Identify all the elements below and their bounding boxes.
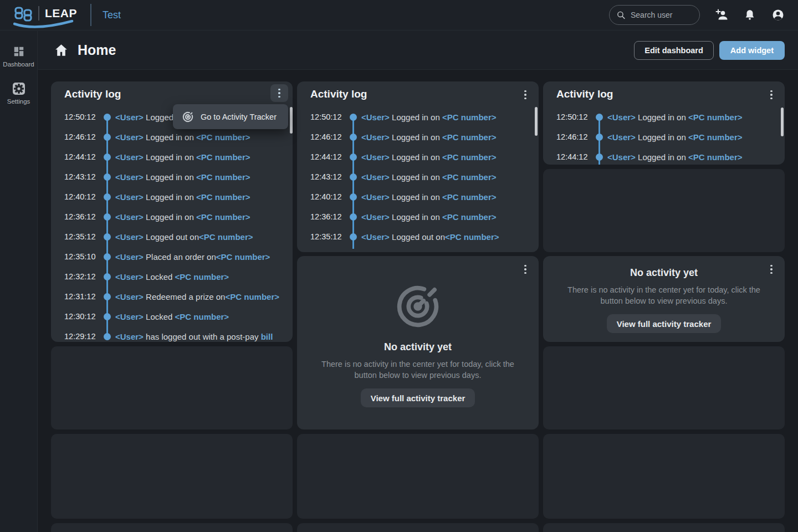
entry-user-link[interactable]: <User> bbox=[115, 292, 144, 301]
entry-user-link[interactable]: <User> bbox=[115, 192, 144, 202]
entry-user-link[interactable]: <User> bbox=[607, 152, 636, 162]
entry-time: 12:40:12 bbox=[64, 192, 99, 201]
entry-text: <User> Logged in on <PC number> bbox=[115, 172, 250, 182]
entry-user-link[interactable]: <User> bbox=[115, 112, 144, 122]
entry-target-link[interactable]: <PC number> bbox=[442, 112, 497, 122]
card-menu-button[interactable] bbox=[519, 88, 532, 101]
card-scrollbar[interactable] bbox=[290, 107, 293, 134]
entry-user-link[interactable]: <User> bbox=[361, 192, 390, 202]
entry-user-link[interactable]: <User> bbox=[115, 272, 144, 282]
entry-target-link[interactable]: <PC number> bbox=[442, 132, 497, 142]
log-entry: 12:44:12<User> Logged in on <PC number> bbox=[297, 147, 539, 167]
search-input[interactable] bbox=[631, 11, 693, 19]
context-menu-item-go-to-activity-tracker[interactable]: Go to Activity Tracker bbox=[173, 104, 288, 129]
entry-time: 12:43:12 bbox=[64, 172, 99, 181]
entry-target-link[interactable]: <PC number> bbox=[442, 212, 497, 222]
activity-tracker-icon bbox=[395, 284, 441, 329]
entry-time: 12:50:12 bbox=[556, 112, 591, 121]
card-menu-button[interactable] bbox=[765, 88, 778, 101]
card-menu-button[interactable] bbox=[270, 84, 288, 102]
entry-target-link[interactable]: <PC number> bbox=[688, 152, 743, 162]
entry-user-link[interactable]: <User> bbox=[115, 172, 144, 182]
entry-time: 12:29:12 bbox=[64, 332, 99, 341]
timeline-dot-icon bbox=[99, 313, 115, 320]
timeline-dot-icon bbox=[99, 233, 115, 241]
entry-user-link[interactable]: <User> bbox=[115, 132, 144, 142]
search-user-box[interactable] bbox=[609, 5, 700, 25]
empty-widget-slot bbox=[51, 434, 293, 519]
card-title: Activity log bbox=[310, 88, 367, 100]
log-entry: 12:35:12<User> Logged out on<PC number> bbox=[51, 227, 293, 247]
sidebar-item-dashboard[interactable]: Dashboard bbox=[0, 45, 38, 68]
entry-user-link[interactable]: <User> bbox=[115, 312, 144, 321]
entry-user-link[interactable]: <User> bbox=[115, 152, 144, 162]
log-entry: 12:50:12<User> Logged in on <PC number> bbox=[543, 107, 785, 127]
entry-target-link[interactable]: <PC number> bbox=[196, 212, 250, 222]
account-button[interactable] bbox=[771, 8, 785, 22]
entry-user-link[interactable]: <User> bbox=[361, 232, 390, 242]
entry-user-link[interactable]: <User> bbox=[607, 132, 636, 142]
notifications-button[interactable] bbox=[743, 8, 756, 22]
entry-user-link[interactable]: <User> bbox=[115, 252, 144, 262]
card-menu-button[interactable] bbox=[519, 263, 532, 276]
entry-text: <User> Logged in on <PC number> bbox=[115, 212, 250, 222]
entry-text: <User> Placed an order on<PC number> bbox=[115, 252, 270, 262]
entry-user-link[interactable]: <User> bbox=[361, 112, 390, 122]
entry-target-link[interactable]: <PC number> bbox=[196, 192, 250, 202]
entry-user-link[interactable]: <User> bbox=[361, 152, 390, 162]
entry-text: <User> Logged in on <PC number> bbox=[115, 192, 250, 202]
entry-target-link[interactable]: <PC number> bbox=[445, 232, 499, 242]
log-entry: 12:40:12<User> Logged in on <PC number> bbox=[51, 187, 293, 207]
entry-target-link[interactable]: bill bbox=[261, 332, 273, 341]
entry-target-link[interactable]: <PC number> bbox=[175, 312, 229, 321]
bell-icon bbox=[744, 9, 756, 21]
empty-widget-slot bbox=[51, 523, 293, 532]
entry-user-link[interactable]: <User> bbox=[361, 172, 390, 182]
activity-entries: 12:50:12<User> Logged in on <PC number>1… bbox=[297, 107, 539, 252]
entry-target-link[interactable]: <PC number> bbox=[225, 292, 279, 301]
entry-target-link[interactable]: <PC number> bbox=[442, 172, 497, 182]
edit-dashboard-button[interactable]: Edit dashboard bbox=[634, 41, 714, 60]
entry-user-link[interactable]: <User> bbox=[115, 332, 144, 341]
entry-target-link[interactable]: <PC number> bbox=[199, 232, 253, 242]
empty-state-description: There is no activity in the center yet f… bbox=[558, 284, 770, 306]
entry-user-link[interactable]: <User> bbox=[115, 212, 144, 222]
timeline-dot-icon bbox=[591, 114, 607, 121]
card-menu-button[interactable] bbox=[765, 263, 778, 276]
entry-user-link[interactable]: <User> bbox=[361, 132, 390, 142]
timeline-dot-icon bbox=[591, 154, 607, 161]
entry-time: 12:50:12 bbox=[310, 112, 345, 121]
entry-time: 12:44:12 bbox=[64, 152, 99, 161]
timeline-dot-icon bbox=[99, 253, 115, 260]
account-icon bbox=[771, 8, 785, 22]
card-scrollbar[interactable] bbox=[535, 107, 538, 136]
entry-target-link[interactable]: <PC number> bbox=[175, 272, 229, 282]
entry-target-link[interactable]: <PC number> bbox=[688, 112, 743, 122]
entry-target-link[interactable]: <PC number> bbox=[196, 152, 250, 162]
entry-time: 12:31:12 bbox=[64, 292, 99, 301]
activity-tracker-icon bbox=[182, 111, 193, 122]
entry-user-link[interactable]: <User> bbox=[115, 232, 144, 242]
entry-user-link[interactable]: <User> bbox=[607, 112, 636, 122]
entry-text: <User> Logged in on <PC number> bbox=[361, 132, 497, 142]
add-widget-button[interactable]: Add widget bbox=[719, 41, 785, 60]
entry-target-link[interactable]: <PC number> bbox=[442, 192, 497, 202]
view-activity-tracker-button[interactable]: View full activity tracker bbox=[607, 314, 722, 333]
log-entry: 12:35:12<User> Logged out on<PC number> bbox=[297, 227, 539, 247]
activity-entries: 12:50:12<User> Logged in on <PC number>1… bbox=[51, 107, 293, 342]
entry-target-link[interactable]: <PC number> bbox=[688, 132, 743, 142]
log-entry: 12:36:12<User> Logged in on <PC number> bbox=[297, 207, 539, 227]
empty-widget-slot bbox=[543, 169, 785, 252]
app-logo[interactable]: LEAP bbox=[14, 2, 77, 28]
entry-user-link[interactable]: <User> bbox=[361, 212, 390, 222]
sidebar-item-settings[interactable]: Settings bbox=[0, 83, 38, 105]
timeline-dot-icon bbox=[345, 173, 361, 181]
entry-target-link[interactable]: <PC number> bbox=[196, 132, 250, 142]
card-scrollbar[interactable] bbox=[781, 108, 784, 136]
entry-target-link[interactable]: <PC number> bbox=[196, 172, 250, 182]
entry-target-link[interactable]: <PC number> bbox=[216, 252, 270, 262]
add-user-button[interactable] bbox=[715, 8, 728, 22]
entry-target-link[interactable]: <PC number> bbox=[442, 152, 497, 162]
timeline-dot-icon bbox=[99, 333, 115, 340]
view-activity-tracker-button[interactable]: View full activity tracker bbox=[361, 388, 475, 407]
